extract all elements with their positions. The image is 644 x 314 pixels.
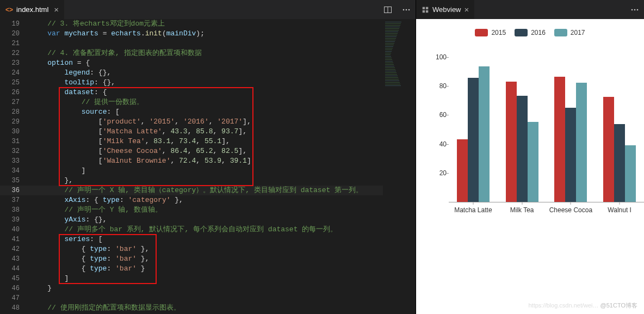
minimap[interactable] [383,19,416,314]
legend-swatch [554,29,567,36]
x-axis-label: Cheese Cocoa [549,206,592,214]
bar-group: Milk Tea [498,57,547,202]
close-icon[interactable]: × [54,5,59,14]
bar[interactable] [576,83,587,202]
tab-label: index.html [16,5,48,14]
svg-point-2 [403,9,405,10]
svg-rect-7 [423,10,425,12]
x-axis-label: Walnut I [608,206,631,214]
bar-group: Walnut I [595,57,644,202]
chart-plot-area: Matcha LatteMilk TeaCheese CocoaWalnut I… [449,57,644,202]
legend-label: 2017 [571,29,585,36]
legend-label: 2016 [531,29,546,36]
legend-item[interactable]: 2016 [515,29,546,36]
editor-tabbar: <> index.html × [0,0,416,19]
legend-item[interactable]: 2015 [475,29,506,36]
chart: Matcha LatteMilk TeaCheese CocoaWalnut I… [427,57,644,216]
bar[interactable] [625,145,636,202]
webview-icon [422,6,429,14]
watermark: https://blog.csdn.net/wei… @51CTO博客 [528,301,637,310]
tab-index-html[interactable]: <> index.html × [0,0,65,19]
code-area[interactable]: // 3. 将echarts邓定到dom元素上 var mycharts = e… [27,19,416,314]
more-actions-icon[interactable] [397,0,416,19]
bar[interactable] [457,139,468,202]
editor-pane: <> index.html × 192021222324252627282930… [0,0,416,314]
webview-pane: Webview × 201520162017 Matcha LatteMilk … [416,0,644,314]
close-icon[interactable]: × [465,5,469,14]
svg-point-4 [408,9,410,10]
bar[interactable] [554,77,565,202]
webview-body: 201520162017 Matcha LatteMilk TeaCheese … [416,19,644,314]
split-editor-icon[interactable] [379,0,397,19]
legend-item[interactable]: 2017 [554,29,585,36]
svg-point-3 [406,9,407,10]
svg-rect-6 [426,7,428,9]
bar-group: Matcha Latte [449,57,498,202]
legend-swatch [475,29,488,36]
legend-label: 2015 [491,29,506,36]
bar[interactable] [528,122,538,202]
tab-webview[interactable]: Webview × [416,0,474,19]
x-axis-label: Matcha Latte [454,206,492,214]
x-axis-label: Milk Tea [510,206,534,214]
svg-point-10 [634,9,636,10]
bar[interactable] [565,108,576,202]
legend-swatch [515,29,528,36]
webview-tab-label: Webview [432,5,461,14]
bar[interactable] [479,66,490,202]
svg-rect-5 [423,7,425,9]
editor-body[interactable]: 1920212223242526272829303132333435363738… [0,19,416,314]
bar[interactable] [614,124,625,202]
svg-point-9 [631,9,633,10]
bar[interactable] [517,96,528,202]
bar[interactable] [506,82,517,202]
svg-rect-8 [426,10,428,12]
bar[interactable] [603,97,614,202]
webview-tabbar: Webview × [416,0,644,19]
line-number-gutter: 1920212223242526272829303132333435363738… [0,19,27,314]
more-actions-icon[interactable] [626,5,644,14]
chart-legend[interactable]: 201520162017 [416,19,644,36]
bar-group: Cheese Cocoa [547,57,596,202]
svg-point-11 [637,9,639,10]
bar[interactable] [468,78,479,202]
html-file-icon: <> [5,6,13,14]
